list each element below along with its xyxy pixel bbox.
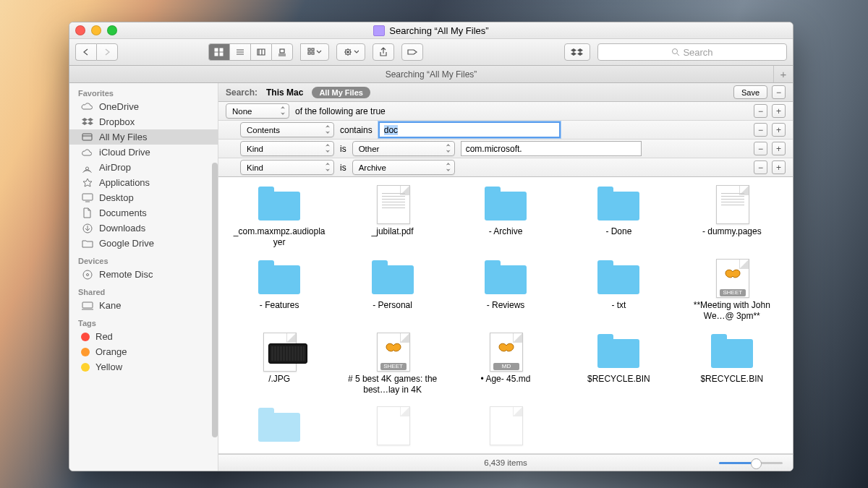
rule-kind-select[interactable]: Archive	[352, 160, 455, 175]
rule-attr-select[interactable]: Kind	[240, 141, 334, 156]
svg-point-13	[86, 167, 89, 170]
dropbox-toolbar-button[interactable]	[564, 43, 590, 61]
zoom-window-button[interactable]	[107, 25, 117, 35]
rule-value-input[interactable]: com.microsoft.	[461, 141, 642, 156]
sidebar-item-downloads[interactable]: Downloads	[69, 221, 218, 236]
tag-yellow-icon	[81, 363, 90, 372]
sidebar-item-remote-disc[interactable]: Remote Disc	[69, 267, 218, 282]
rule-attr-select[interactable]: Kind	[240, 160, 334, 175]
sidebar-label: Dropbox	[99, 116, 135, 127]
file-name: $RECYCLE.BIN	[700, 374, 763, 385]
column-view-button[interactable]	[250, 43, 271, 61]
sidebar-label: Documents	[99, 207, 147, 218]
sidebar-item-documents[interactable]: Documents	[69, 205, 218, 221]
rule-remove-button[interactable]: −	[754, 160, 767, 174]
svg-rect-14	[82, 194, 93, 200]
file-item[interactable]: SHEET# 5 best 4K games: the best…lay in …	[339, 335, 446, 395]
sidebar-item-icloud-drive[interactable]: iCloud Drive	[69, 145, 218, 160]
file-name: - txt	[611, 300, 626, 311]
traffic-lights	[75, 25, 117, 35]
svg-rect-8	[312, 52, 314, 54]
forward-button[interactable]	[96, 43, 118, 61]
sidebar-item-kane[interactable]: Kane	[69, 298, 218, 313]
sidebar-item-onedrive[interactable]: OneDrive	[69, 99, 218, 114]
rule-remove-button[interactable]: −	[754, 123, 767, 137]
file-item[interactable]: $RECYCLE.BIN	[678, 335, 786, 395]
icon-size-slider[interactable]	[719, 458, 783, 467]
sidebar-item-dropbox[interactable]: Dropbox	[69, 114, 218, 129]
file-item[interactable]	[452, 408, 559, 443]
icloud-icon	[81, 147, 93, 158]
arrange-group	[300, 43, 329, 61]
rule-attr-select[interactable]: Contents	[240, 122, 334, 137]
arrange-button[interactable]	[300, 43, 329, 61]
tab-title[interactable]: Searching “All My Files”	[386, 69, 477, 80]
titlebar: Searching “All My Files”	[69, 22, 793, 39]
sidebar-item-applications[interactable]: Applications	[69, 175, 218, 190]
save-search-button[interactable]: Save	[733, 85, 767, 99]
window-title: Searching “All My Files”	[389, 25, 488, 36]
sidebar-tag-yellow[interactable]: Yellow	[69, 359, 218, 374]
scope-all-my-files[interactable]: All My Files	[312, 87, 370, 98]
back-button[interactable]	[75, 43, 96, 61]
rule-add-button[interactable]: +	[772, 142, 786, 155]
md-badge: MD	[493, 363, 519, 370]
search-field[interactable]: Search	[597, 43, 787, 61]
file-item[interactable]: - Done	[565, 187, 672, 248]
file-item[interactable]	[339, 408, 446, 443]
disc-icon	[81, 269, 93, 280]
file-item[interactable]: _jubilat.pdf	[339, 187, 446, 248]
folder-icon	[485, 192, 527, 221]
file-item[interactable]: _com.maxmpz.audioplayer	[226, 187, 333, 248]
sheet-badge: SHEET	[720, 289, 746, 296]
rule-row-3: Kind is Archive −+	[218, 158, 793, 177]
tag-orange-icon	[81, 348, 90, 356]
file-item[interactable]: - Features	[226, 261, 333, 322]
svg-point-17	[86, 273, 88, 275]
rule-value-input[interactable]: doc	[378, 121, 561, 138]
file-item[interactable]: - txt	[565, 261, 672, 322]
rule-add-button[interactable]: +	[772, 160, 786, 174]
svg-rect-2	[215, 53, 218, 56]
sidebar-item-google-drive[interactable]: Google Drive	[69, 236, 218, 251]
results-area[interactable]: _com.maxmpz.audioplayer _jubilat.pdf - A…	[218, 177, 793, 454]
icon-view-button[interactable]	[208, 43, 229, 61]
sidebar-item-airdrop[interactable]: AirDrop	[69, 160, 218, 175]
list-view-button[interactable]	[229, 43, 250, 61]
file-item[interactable]: SHEET**Meeting with John We…@ 3pm**	[678, 261, 786, 322]
file-item[interactable]: /.JPG	[226, 335, 333, 395]
file-item[interactable]: - dummy.pages	[678, 187, 786, 248]
svg-rect-18	[82, 302, 93, 308]
desktop-icon	[81, 192, 93, 203]
folder-icon	[258, 265, 300, 294]
rule-add-button[interactable]: +	[772, 123, 786, 137]
sidebar-scrollbar[interactable]	[212, 163, 218, 437]
all-my-files-icon	[81, 132, 93, 142]
file-item[interactable]: - Personal	[339, 261, 446, 322]
tags-button[interactable]	[401, 43, 423, 61]
coverflow-view-button[interactable]	[271, 43, 293, 61]
sidebar-item-all-my-files[interactable]: All My Files	[69, 129, 218, 145]
file-item[interactable]	[226, 408, 333, 443]
rule-add-button[interactable]: +	[772, 104, 786, 118]
rule-kind-select[interactable]: Other	[352, 141, 455, 156]
close-window-button[interactable]	[75, 25, 85, 35]
file-item[interactable]: - Reviews	[452, 261, 559, 322]
action-button[interactable]	[336, 43, 365, 61]
status-bar: 6,439 items	[218, 454, 793, 471]
rule-remove-button[interactable]: −	[754, 142, 767, 155]
file-item[interactable]: MD• Age- 45.md	[452, 335, 559, 395]
scope-this-mac[interactable]: This Mac	[266, 87, 303, 98]
item-count: 6,439 items	[484, 458, 527, 467]
new-tab-button[interactable]: +	[773, 66, 793, 82]
share-button[interactable]	[373, 43, 394, 61]
rule-any-none-select[interactable]: None	[226, 103, 289, 119]
file-item[interactable]: - Archive	[452, 187, 559, 248]
sidebar-item-desktop[interactable]: Desktop	[69, 190, 218, 205]
sidebar-tag-red[interactable]: Red	[69, 329, 218, 344]
file-item[interactable]: $RECYCLE.BIN	[565, 335, 672, 395]
remove-criteria-button[interactable]: −	[772, 85, 786, 99]
minimize-window-button[interactable]	[91, 25, 101, 35]
sidebar-tag-orange[interactable]: Orange	[69, 344, 218, 359]
rule-remove-button[interactable]: −	[754, 104, 767, 118]
